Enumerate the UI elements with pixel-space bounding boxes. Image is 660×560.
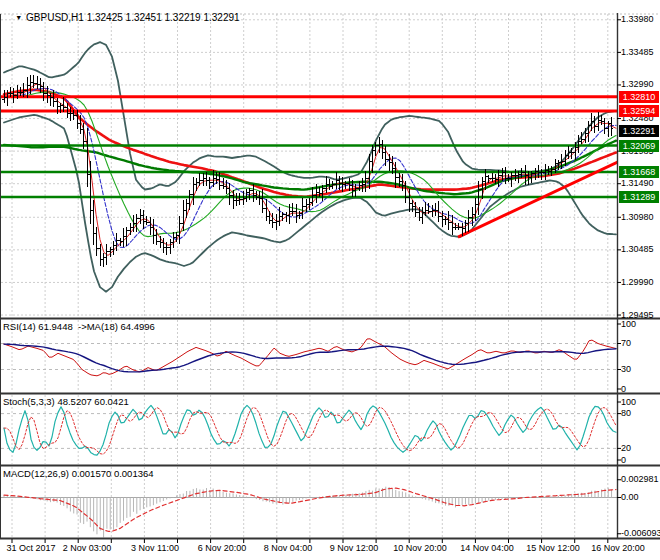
stochastic-indicator-label: Stoch(5,3,3) 48.5207 60.0421 (3, 396, 129, 407)
symbol-timeframe-label: GBPUSD,H1 (26, 12, 84, 23)
chart-title-bar: ▼GBPUSD,H1 1.32425 1.32451 1.32219 1.322… (4, 1, 240, 13)
ohlc-dropdown-icon[interactable]: ▼ (15, 14, 22, 21)
ohlc-values: 1.32425 1.32451 1.32219 1.32291 (84, 12, 240, 23)
mt4-chart-window: ▼GBPUSD,H1 1.32425 1.32451 1.32219 1.322… (0, 0, 660, 560)
rsi-indicator-label: RSI(14) 61.9448 ->MA(18) 64.4996 (3, 321, 155, 332)
macd-indicator-label: MACD(12,26,9) 0.001570 0.001364 (3, 468, 154, 479)
